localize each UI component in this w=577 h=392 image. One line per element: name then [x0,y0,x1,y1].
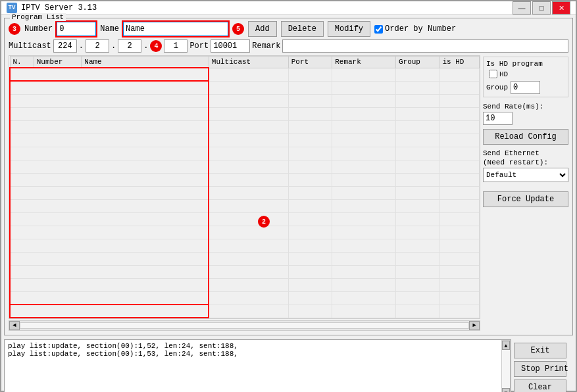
col-header-remark: Remark [332,57,396,68]
table-row [10,120,480,134]
name-input[interactable] [123,22,228,36]
col-header-number: Number [34,57,82,68]
col-header-port: Port [288,57,332,68]
main-content: Program List 3 Number Name 5 Add Delete … [1,15,576,392]
log-right-buttons: Exit Stop Print Clear [514,339,573,392]
send-rate-input[interactable] [483,112,513,125]
hd-label: HD [499,70,508,78]
col-header-multicast: Multicast [209,57,288,68]
title-bar-left: TV IPTV Server 3.13 [7,3,97,13]
clear-button[interactable]: Clear [514,380,566,392]
table-row [10,147,480,160]
hd-section-title: Is HD program [486,60,565,68]
table-row [10,134,480,147]
order-by-number-text: Order by Number [385,24,456,34]
group-row: Group [486,81,565,94]
log-scroll-down[interactable]: ▼ [502,388,510,392]
hd-section: Is HD program HD Group [483,57,568,97]
col-header-group: Group [395,57,439,68]
main-window: TV IPTV Server 3.13 — □ ✕ Program List 3… [0,0,577,392]
badge-4: 4 [150,40,162,52]
log-container: play list:update, section(00):1,52, len:… [4,339,511,392]
table-row [10,278,480,291]
hd-checkbox-row: HD [489,70,565,78]
table-row [10,68,480,81]
hd-checkbox[interactable] [489,70,497,78]
log-scroll-track[interactable] [502,350,510,388]
multicast-seg2[interactable] [86,39,109,53]
log-line-1: play list:update, section(00):1,52, len:… [8,342,498,350]
window-title: IPTV Server 3.13 [21,3,97,12]
multicast-seg3[interactable] [118,39,141,53]
scroll-left-button[interactable]: ◄ [9,321,20,330]
modify-button[interactable]: Modify [328,21,370,37]
table-row [10,212,480,226]
table-row [10,81,480,94]
table-row [10,239,480,252]
order-by-number-label[interactable]: Order by Number [374,24,456,34]
force-update-button[interactable]: Force Update [483,191,568,207]
log-scroll-up[interactable]: ▲ [502,341,510,350]
app-icon: TV [7,3,17,13]
table-row [10,199,480,212]
order-by-number-checkbox[interactable] [374,25,383,34]
table-row [10,160,480,173]
group-label: Group [486,84,508,91]
table-row [10,252,480,265]
table-row [10,186,480,199]
close-button[interactable]: ✕ [552,1,570,14]
log-text[interactable]: play list:update, section(00):1,52, len:… [5,340,501,392]
port-input[interactable] [211,39,250,53]
minimize-button[interactable]: — [513,1,531,14]
reload-config-button[interactable]: Reload Config [483,129,568,145]
toolbar-row: 3 Number Name 5 Add Delete Modify Order … [9,21,568,37]
maximize-button[interactable]: □ [532,1,551,14]
table-scroll[interactable]: N. Number Name Multicast Port Remark Gro… [9,55,480,319]
table-row [10,265,480,278]
data-table: N. Number Name Multicast Port Remark Gro… [9,56,480,318]
multicast-row: Multicast . . . 4 Port Remark [9,39,568,53]
scroll-right-button[interactable]: ► [469,321,480,330]
right-panel: Is HD program HD Group Send Rate(ms): [483,55,568,331]
window-controls: — □ ✕ [513,1,570,14]
send-rate-section: Send Rate(ms): [483,103,568,125]
log-area: play list:update, section(00):1,52, len:… [4,339,573,392]
col-header-n: N. [10,57,34,68]
col-header-hd: is HD [439,57,480,68]
stop-print-button[interactable]: Stop Print [514,361,566,377]
table-row [10,94,480,107]
col-header-name: Name [82,57,209,68]
number-label: Number [24,24,53,34]
program-list-label: Program List [10,13,66,21]
table-row [10,305,480,318]
multicast-seg4[interactable] [164,39,188,53]
badge-3: 3 [9,23,20,35]
program-list-group: Program List 3 Number Name 5 Add Delete … [4,18,573,335]
number-input[interactable] [57,22,96,36]
send-rate-label: Send Rate(ms): [483,103,568,110]
name-label: Name [100,24,119,34]
table-body: for(let i=0;i<18;i++){ document.write('<… [10,68,480,318]
multicast-seg1[interactable] [53,39,77,53]
table-row [10,107,480,120]
group-input[interactable] [511,81,540,94]
table-row [10,173,480,186]
table-header: N. Number Name Multicast Port Remark Gro… [10,57,480,68]
table-area: N. Number Name Multicast Port Remark Gro… [9,55,480,331]
main-area: N. Number Name Multicast Port Remark Gro… [9,55,568,331]
remark-input[interactable] [282,39,568,53]
title-bar: TV IPTV Server 3.13 — □ ✕ [1,1,576,15]
log-scrollbar[interactable]: ▲ ▼ [501,340,511,392]
remark-label: Remark [252,41,280,51]
badge-5: 5 [232,23,244,35]
delete-button[interactable]: Delete [281,21,324,37]
scroll-track[interactable] [20,322,469,329]
multicast-label: Multicast [9,41,51,51]
table-row [10,291,480,305]
ethernet-dropdown[interactable]: Default [483,168,568,182]
table-row [10,226,480,239]
horizontal-scrollbar[interactable]: ◄ ► [9,320,480,331]
send-ethernet-label: Send Ethernet(Need restart): [483,149,568,168]
exit-button[interactable]: Exit [514,343,566,358]
add-button[interactable]: Add [248,21,277,37]
